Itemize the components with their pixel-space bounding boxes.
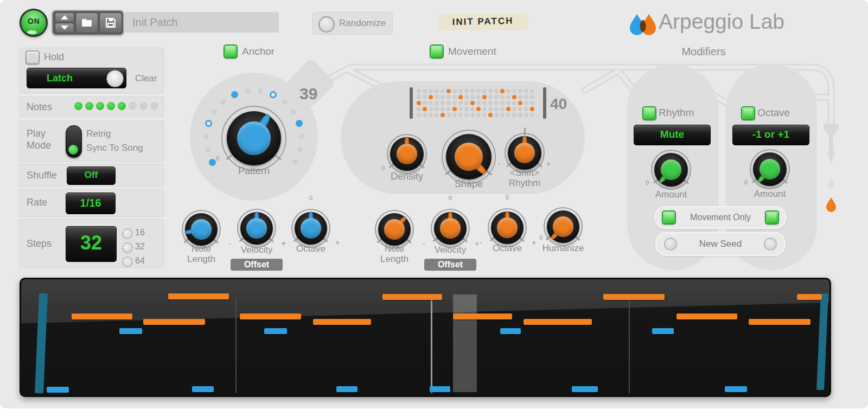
matrix-dot[interactable] bbox=[429, 101, 433, 105]
matrix-dot[interactable] bbox=[452, 107, 457, 111]
preset-name-field[interactable]: Init Patch bbox=[125, 12, 279, 33]
shift-rhythm-knob[interactable] bbox=[505, 133, 545, 173]
matrix-dot[interactable] bbox=[482, 95, 487, 99]
matrix-dot[interactable] bbox=[464, 107, 469, 111]
matrix-dot[interactable] bbox=[524, 101, 528, 105]
movement-only-left-checkbox[interactable] bbox=[662, 210, 676, 225]
matrix-dot[interactable] bbox=[476, 89, 481, 93]
matrix-dot[interactable] bbox=[524, 89, 528, 93]
matrix-dot[interactable] bbox=[494, 95, 499, 99]
movement-pattern-matrix[interactable] bbox=[417, 89, 534, 117]
matrix-dot[interactable] bbox=[488, 95, 493, 99]
matrix-dot[interactable] bbox=[423, 95, 427, 99]
matrix-dot[interactable] bbox=[458, 101, 463, 105]
matrix-dot[interactable] bbox=[500, 101, 505, 105]
matrix-dot[interactable] bbox=[464, 95, 469, 99]
matrix-dot[interactable] bbox=[524, 107, 528, 111]
latch-slider-handle[interactable] bbox=[106, 70, 124, 87]
humanize-knob[interactable] bbox=[544, 207, 583, 246]
matrix-dot[interactable] bbox=[429, 95, 433, 99]
matrix-dot[interactable] bbox=[423, 89, 427, 93]
matrix-dot[interactable] bbox=[476, 101, 481, 105]
play-mode-option-retrig[interactable]: Retrig bbox=[86, 129, 111, 139]
matrix-dot[interactable] bbox=[482, 107, 487, 111]
matrix-dot[interactable] bbox=[458, 89, 463, 93]
matrix-dot[interactable] bbox=[506, 95, 510, 99]
matrix-dot[interactable] bbox=[423, 107, 427, 111]
matrix-dot[interactable] bbox=[435, 89, 439, 93]
matrix-dot[interactable] bbox=[441, 113, 445, 117]
density-knob[interactable] bbox=[387, 134, 427, 174]
movement-velocity-offset-badge[interactable]: Offset bbox=[424, 259, 476, 271]
matrix-dot[interactable] bbox=[512, 89, 516, 93]
matrix-dot[interactable] bbox=[458, 95, 463, 99]
shape-knob[interactable] bbox=[442, 130, 496, 184]
matrix-dot[interactable] bbox=[506, 89, 510, 93]
matrix-dot[interactable] bbox=[488, 107, 493, 111]
anchor-velocity-offset-badge[interactable]: Offset bbox=[231, 259, 283, 271]
matrix-dot[interactable] bbox=[429, 89, 433, 93]
matrix-dot[interactable] bbox=[518, 107, 522, 111]
hold-checkbox[interactable] bbox=[25, 50, 40, 65]
new-seed-left-button[interactable] bbox=[664, 238, 677, 251]
matrix-dot[interactable] bbox=[417, 107, 421, 111]
matrix-dot[interactable] bbox=[530, 107, 534, 111]
matrix-dot[interactable] bbox=[482, 113, 487, 117]
rhythm-amount-knob[interactable] bbox=[651, 150, 691, 190]
matrix-dot[interactable] bbox=[488, 101, 493, 105]
matrix-dot[interactable] bbox=[452, 89, 457, 93]
matrix-dot[interactable] bbox=[470, 107, 475, 111]
matrix-dot[interactable] bbox=[464, 89, 469, 93]
matrix-dot[interactable] bbox=[417, 95, 421, 99]
matrix-dot[interactable] bbox=[518, 113, 522, 117]
matrix-dot[interactable] bbox=[488, 89, 493, 93]
play-mode-option-sync[interactable]: Sync To Song bbox=[86, 143, 143, 153]
matrix-dot[interactable] bbox=[446, 107, 451, 111]
rate-display[interactable]: 1/16 bbox=[66, 193, 116, 214]
rhythm-mode-display[interactable]: Mute bbox=[634, 125, 711, 145]
randomize-button[interactable]: Randomize bbox=[312, 12, 393, 35]
matrix-dot[interactable] bbox=[452, 101, 457, 105]
matrix-dot[interactable] bbox=[417, 113, 421, 117]
preset-prev-button[interactable] bbox=[55, 12, 74, 23]
matrix-dot[interactable] bbox=[506, 101, 510, 105]
matrix-dot[interactable] bbox=[458, 113, 463, 117]
matrix-dot[interactable] bbox=[506, 113, 510, 117]
matrix-dot[interactable] bbox=[488, 113, 493, 117]
steps-radio-16[interactable] bbox=[122, 228, 133, 239]
matrix-dot[interactable] bbox=[530, 113, 534, 117]
preset-save-button[interactable] bbox=[99, 12, 122, 33]
matrix-dot[interactable] bbox=[530, 95, 534, 99]
matrix-dot[interactable] bbox=[494, 107, 499, 111]
matrix-dot[interactable] bbox=[482, 101, 487, 105]
movement-note-length-knob[interactable] bbox=[375, 210, 414, 249]
matrix-dot[interactable] bbox=[494, 101, 499, 105]
matrix-dot[interactable] bbox=[512, 113, 516, 117]
matrix-dot[interactable] bbox=[470, 113, 475, 117]
matrix-dot[interactable] bbox=[441, 89, 445, 93]
clear-label[interactable]: Clear bbox=[135, 73, 157, 84]
matrix-dot[interactable] bbox=[524, 95, 528, 99]
matrix-dot[interactable] bbox=[423, 101, 427, 105]
matrix-dot[interactable] bbox=[476, 107, 481, 111]
matrix-dot[interactable] bbox=[429, 113, 433, 117]
movement-only-right-checkbox[interactable] bbox=[765, 210, 779, 225]
matrix-dot[interactable] bbox=[470, 89, 475, 93]
movement-octave-knob[interactable] bbox=[488, 208, 527, 247]
matrix-dot[interactable] bbox=[458, 107, 463, 111]
matrix-dot[interactable] bbox=[464, 113, 469, 117]
anchor-velocity-knob[interactable] bbox=[237, 209, 276, 248]
matrix-dot[interactable] bbox=[423, 113, 427, 117]
octave-enable-checkbox[interactable] bbox=[741, 106, 755, 120]
preset-load-button[interactable] bbox=[75, 12, 98, 33]
steps-radio-32[interactable] bbox=[122, 242, 133, 253]
matrix-dot[interactable] bbox=[435, 107, 439, 111]
matrix-dot[interactable] bbox=[470, 95, 475, 99]
matrix-dot[interactable] bbox=[435, 101, 439, 105]
matrix-dot[interactable] bbox=[512, 101, 516, 105]
matrix-dot[interactable] bbox=[446, 113, 451, 117]
matrix-dot[interactable] bbox=[518, 89, 522, 93]
rhythm-enable-checkbox[interactable] bbox=[642, 106, 656, 120]
matrix-dot[interactable] bbox=[500, 107, 505, 111]
matrix-dot[interactable] bbox=[429, 107, 433, 111]
